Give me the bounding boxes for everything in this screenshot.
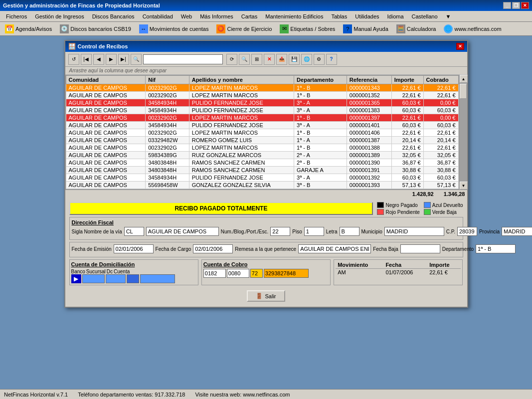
scroll-track[interactable] bbox=[460, 83, 467, 182]
table-cell: PULIDO FERNANDEZ JOSE bbox=[189, 99, 294, 107]
toolbar-calculadora[interactable]: 🧮 Calculadora bbox=[393, 23, 439, 34]
dom-sucursal-input[interactable] bbox=[106, 274, 126, 283]
dpto-input[interactable] bbox=[476, 244, 516, 253]
salir-button[interactable]: 🚪 Salir bbox=[247, 290, 285, 302]
table-row[interactable]: AGUILAR DE CAMPOS55698458WGONZALEZ GONZA… bbox=[66, 182, 458, 189]
table-row[interactable]: AGUILAR DE CAMPOS34803848HRAMOS SANCHEZ … bbox=[66, 167, 458, 174]
help-btn[interactable]: ? bbox=[326, 54, 337, 65]
dom-cuenta-input[interactable] bbox=[140, 274, 175, 283]
menu-idioma[interactable]: Idioma bbox=[383, 12, 408, 20]
table-cell: AGUILAR DE CAMPOS bbox=[66, 137, 146, 144]
menu-castellano[interactable]: Castellano bbox=[408, 12, 442, 20]
menu-gestion-ingresos[interactable]: Gestión de Ingresos bbox=[31, 12, 88, 20]
toolbar-etiquetas[interactable]: ✉ Etiquetas / Sobres bbox=[277, 23, 338, 34]
table-row[interactable]: AGUILAR DE CAMPOS34584934HPULIDO FERNAND… bbox=[66, 174, 458, 182]
toolbar-agenda[interactable]: 📅 Agenda/Avisos bbox=[2, 23, 55, 34]
cargo-input[interactable] bbox=[193, 244, 233, 253]
menu-contabilidad[interactable]: Contabilidad bbox=[139, 12, 177, 20]
dom-arrow-btn[interactable]: ▶ bbox=[71, 274, 81, 283]
settings-btn[interactable]: ⚙ bbox=[314, 54, 325, 65]
num-input[interactable] bbox=[270, 227, 290, 236]
last-btn[interactable]: ▶| bbox=[118, 54, 129, 65]
cobro-banco-input[interactable] bbox=[203, 269, 226, 278]
mov-fecha-value: 01/07/2006 bbox=[383, 269, 427, 276]
restore-btn[interactable]: ❐ bbox=[512, 2, 520, 9]
scroll-down-btn[interactable]: ▼ bbox=[460, 182, 468, 190]
table-row[interactable]: AGUILAR DE CAMPOS00232902GLOPEZ MARTIN M… bbox=[66, 129, 458, 137]
scroll-thumb[interactable] bbox=[460, 84, 467, 99]
play-btn[interactable]: ▶ bbox=[106, 54, 117, 65]
table-row[interactable]: AGUILAR DE CAMPOS34584934HPULIDO FERNAND… bbox=[66, 107, 458, 114]
table-cell: 2ª - A bbox=[294, 152, 347, 159]
main-toolbar: 📅 Agenda/Avisos 💿 Discos bancarios CSB19… bbox=[0, 22, 532, 36]
save-btn[interactable]: 💾 bbox=[289, 54, 300, 65]
refresh2-btn[interactable]: ⟳ bbox=[226, 54, 237, 65]
col-importe: Importe bbox=[391, 76, 423, 84]
municipio-input[interactable] bbox=[384, 227, 444, 236]
cp-input[interactable] bbox=[457, 227, 477, 236]
cobro-sucursal-input[interactable] bbox=[227, 269, 249, 278]
table-row[interactable]: AGUILAR DE CAMPOS03329482WROMERO GOMEZ L… bbox=[66, 137, 458, 144]
toolbar-cierre[interactable]: ⭕ Cierre de Ejercicio bbox=[213, 23, 275, 34]
close-btn[interactable]: ✕ bbox=[521, 2, 529, 9]
remesa-input[interactable] bbox=[298, 244, 371, 253]
table-cell: 22,61 € bbox=[391, 114, 423, 122]
dom-banco-input[interactable] bbox=[82, 274, 105, 283]
recibo-status-btn[interactable]: RECIBO PAGADO TOTALMENTE bbox=[69, 202, 373, 215]
prev-btn[interactable]: ◀ bbox=[93, 54, 104, 65]
baja-input[interactable] bbox=[400, 244, 440, 253]
dom-dc-input[interactable] bbox=[127, 274, 139, 283]
table-row[interactable]: AGUILAR DE CAMPOS00232902GLOPEZ MARTIN M… bbox=[66, 92, 458, 99]
control-recibos-dialog: 🪟 Control de Recibos ✕ ↺ |◀ ◀ ▶ ▶| 🔍 ⟳ 🔍… bbox=[64, 40, 468, 308]
table-row[interactable]: AGUILAR DE CAMPOS00232902GLOPEZ MARTIN M… bbox=[66, 114, 458, 122]
web2-btn[interactable]: 🌐 bbox=[301, 54, 312, 65]
table-row[interactable]: AGUILAR DE CAMPOS00232902GLOPEZ MARTIN M… bbox=[66, 84, 458, 92]
search-input[interactable] bbox=[143, 54, 223, 64]
toolbar-discos[interactable]: 💿 Discos bancarios CSB19 bbox=[57, 23, 134, 34]
sigla-input[interactable] bbox=[124, 227, 144, 236]
cobro-dc-input[interactable] bbox=[250, 269, 263, 278]
nombre-via-input[interactable] bbox=[146, 227, 219, 236]
menu-web[interactable]: Web bbox=[177, 12, 196, 20]
table-cell: 3ª - A bbox=[294, 122, 347, 129]
table-cell: 0000001392 bbox=[347, 174, 391, 182]
menu-mas-informes[interactable]: Más Informes bbox=[196, 12, 237, 20]
grid-btn[interactable]: ⊞ bbox=[251, 54, 262, 65]
menu-cartas[interactable]: Cartas bbox=[237, 12, 261, 20]
phone-text: Teléfono departamento ventas: 917.332.71… bbox=[78, 392, 185, 398]
letra-input[interactable] bbox=[340, 227, 359, 236]
table-cell: AGUILAR DE CAMPOS bbox=[66, 152, 146, 159]
menu-dropdown-icon[interactable]: ▼ bbox=[442, 12, 455, 20]
search-btn[interactable]: 🔍 bbox=[131, 54, 142, 65]
scroll-up-btn[interactable]: ▲ bbox=[460, 75, 468, 83]
emision-input[interactable] bbox=[114, 244, 154, 253]
delete-btn[interactable]: ✕ bbox=[264, 54, 275, 65]
table-row[interactable]: AGUILAR DE CAMPOS34584934HPULIDO FERNAND… bbox=[66, 99, 458, 107]
toolbar-web[interactable]: 🌐 www.netfincas.com bbox=[441, 23, 504, 34]
table-row[interactable]: AGUILAR DE CAMPOS00232902GLOPEZ MARTIN M… bbox=[66, 144, 458, 152]
dialog-close-btn[interactable]: ✕ bbox=[456, 43, 464, 50]
toolbar-movimientos[interactable]: ↔ Movimientos de cuentas bbox=[136, 23, 212, 34]
first-btn[interactable]: |◀ bbox=[81, 54, 92, 65]
export-btn[interactable]: 📤 bbox=[276, 54, 287, 65]
table-cell: 0000001397 bbox=[347, 114, 391, 122]
table-row[interactable]: AGUILAR DE CAMPOS34803848HRAMOS SANCHEZ … bbox=[66, 159, 458, 167]
menu-ficheros[interactable]: Ficheros bbox=[2, 12, 31, 20]
cobro-cuenta-input[interactable] bbox=[264, 269, 309, 278]
minimize-btn[interactable]: _ bbox=[503, 2, 511, 9]
search2-btn[interactable]: 🔍 bbox=[239, 54, 250, 65]
piso-input[interactable] bbox=[304, 227, 324, 236]
table-row[interactable]: AGUILAR DE CAMPOS34584934HPULIDO FERNAND… bbox=[66, 122, 458, 129]
table-row[interactable]: AGUILAR DE CAMPOS59834389GRUIZ GONZALEZ … bbox=[66, 152, 458, 159]
col-referencia: Referencia bbox=[347, 76, 391, 84]
menu-mantenimiento[interactable]: Mantenimiento Edificios bbox=[261, 12, 327, 20]
menu-utilidades[interactable]: Utilidades bbox=[351, 12, 383, 20]
provincia-input[interactable] bbox=[502, 227, 532, 236]
menu-discos-bancarios[interactable]: Discos Bancarios bbox=[88, 12, 139, 20]
refresh-btn[interactable]: ↺ bbox=[68, 54, 79, 65]
menu-tablas[interactable]: Tablas bbox=[327, 12, 351, 20]
toolbar-manual[interactable]: ? Manual Ayuda bbox=[340, 23, 391, 34]
vertical-scrollbar[interactable]: ▲ ▼ bbox=[459, 75, 467, 190]
data-table-wrapper[interactable]: Comunidad Nif Apellidos y nombre Departa… bbox=[65, 75, 459, 190]
sigla-label: Sigla Nombre de la vía bbox=[72, 229, 122, 234]
